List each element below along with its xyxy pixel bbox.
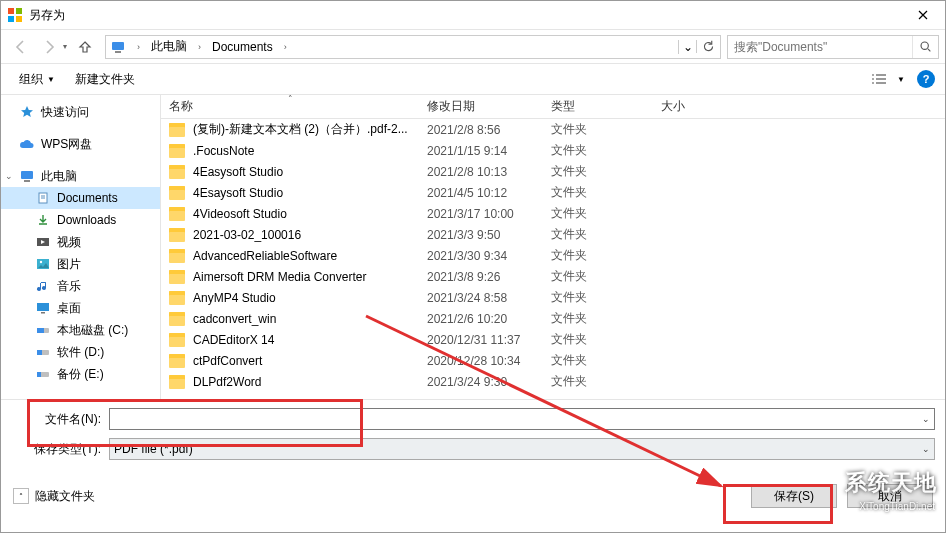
file-type: 文件夹 [543,226,653,243]
music-icon [35,278,51,294]
file-row[interactable]: DLPdf2Word2021/3/24 9:30文件夹 [161,371,945,392]
watermark-brand: 系统天地 [845,468,937,498]
this-pc-icon [110,39,126,55]
file-row[interactable]: CADEditorX 142020/12/31 11:37文件夹 [161,329,945,350]
sidebar-label: 桌面 [57,300,81,317]
file-row[interactable]: cadconvert_win2021/2/6 10:20文件夹 [161,308,945,329]
filetype-value: PDF file (*.pdf) [114,442,193,456]
svg-rect-22 [41,312,45,314]
svg-rect-26 [37,350,42,355]
refresh-button[interactable] [696,40,720,53]
watermark-url: XiTongTianDi.net [859,501,935,512]
svg-rect-21 [37,303,49,311]
search-box[interactable] [727,35,939,59]
sidebar-item-quick-access[interactable]: 快速访问 [1,101,160,123]
drive-icon [35,344,51,360]
folder-icon [169,123,185,137]
file-type: 文件夹 [543,205,653,222]
window-title: 另存为 [29,7,901,24]
hide-folders-label: 隐藏文件夹 [35,488,95,505]
file-row[interactable]: AdvancedReliableSoftware2021/3/30 9:34文件… [161,245,945,266]
filetype-dropdown-icon[interactable]: ⌄ [922,444,930,454]
file-date: 2021/3/24 9:30 [419,375,543,389]
file-row[interactable]: 4Esaysoft Studio2021/4/5 10:12文件夹 [161,182,945,203]
column-size[interactable]: 大小 [653,95,763,118]
search-icon[interactable] [912,36,938,58]
sidebar-item-videos[interactable]: 视频 [1,231,160,253]
column-name[interactable]: 名称˄ [161,95,419,118]
save-button[interactable]: 保存(S) [751,484,837,508]
column-headers: 名称˄ 修改日期 类型 大小 [161,95,945,119]
sidebar-label: Downloads [57,213,116,227]
file-date: 2020/12/28 10:34 [419,354,543,368]
star-icon [19,104,35,120]
folder-icon [169,228,185,242]
breadcrumb-thispc[interactable]: 此电脑 [147,36,191,58]
sidebar-item-documents[interactable]: Documents [1,187,160,209]
column-type[interactable]: 类型 [543,95,653,118]
filetype-select[interactable]: PDF file (*.pdf) ⌄ [109,438,935,460]
hide-folders-toggle[interactable]: ˄ 隐藏文件夹 [13,488,95,505]
nav-back-button[interactable] [7,33,35,61]
file-date: 2021/2/8 10:13 [419,165,543,179]
sidebar-item-music[interactable]: 音乐 [1,275,160,297]
address-history-dropdown[interactable]: ⌄ [678,40,696,54]
nav-history-dropdown[interactable]: ▾ [63,42,67,51]
video-icon [35,234,51,250]
file-row[interactable]: Aimersoft DRM Media Converter2021/3/8 9:… [161,266,945,287]
folder-icon [169,291,185,305]
chevron-up-icon: ˄ [13,488,29,504]
file-row[interactable]: 4Videosoft Studio2021/3/17 10:00文件夹 [161,203,945,224]
address-bar[interactable]: › 此电脑 › Documents › ⌄ [105,35,721,59]
sidebar-item-cdrive[interactable]: 本地磁盘 (C:) [1,319,160,341]
file-date: 2021/1/15 9:14 [419,144,543,158]
sidebar-label: 备份 (E:) [57,366,104,383]
svg-rect-2 [8,16,14,22]
file-date: 2021/3/30 9:34 [419,249,543,263]
sidebar-item-desktop[interactable]: 桌面 [1,297,160,319]
file-row[interactable]: 2021-03-02_1000162021/3/3 9:50文件夹 [161,224,945,245]
organize-button[interactable]: 组织▼ [11,68,63,91]
column-date[interactable]: 修改日期 [419,95,543,118]
drive-icon [35,322,51,338]
filename-dropdown-icon[interactable]: ⌄ [922,414,930,424]
drive-icon [35,366,51,382]
file-type: 文件夹 [543,163,653,180]
nav-forward-button[interactable] [35,33,63,61]
folder-icon [169,144,185,158]
file-name: ctPdfConvert [193,354,262,368]
file-date: 2021/3/3 9:50 [419,228,543,242]
new-folder-button[interactable]: 新建文件夹 [67,68,143,91]
search-input[interactable] [728,40,912,54]
file-name: cadconvert_win [193,312,276,326]
breadcrumb-documents[interactable]: Documents [208,36,277,58]
file-row[interactable]: ctPdfConvert2020/12/28 10:34文件夹 [161,350,945,371]
file-name: 2021-03-02_100016 [193,228,301,242]
file-row[interactable]: AnyMP4 Studio2021/3/24 8:58文件夹 [161,287,945,308]
svg-point-20 [40,261,42,263]
sidebar-item-ddrive[interactable]: 软件 (D:) [1,341,160,363]
sidebar-item-pictures[interactable]: 图片 [1,253,160,275]
folder-icon [169,186,185,200]
sidebar-item-wps[interactable]: WPS网盘 [1,133,160,155]
filename-input[interactable]: ⌄ [109,408,935,430]
file-name: Aimersoft DRM Media Converter [193,270,366,284]
expand-caret-icon[interactable]: ⌄ [5,171,13,181]
file-name: AnyMP4 Studio [193,291,276,305]
folder-icon [169,375,185,389]
pictures-icon [35,256,51,272]
file-row[interactable]: .FocusNote2021/1/15 9:14文件夹 [161,140,945,161]
file-type: 文件夹 [543,310,653,327]
window-close-button[interactable] [901,1,945,29]
nav-up-button[interactable] [71,33,99,61]
view-options-button[interactable]: ▼ [866,72,909,86]
sidebar-label: 视频 [57,234,81,251]
filetype-label: 保存类型(T): [11,441,109,458]
sidebar-item-thispc[interactable]: ⌄ 此电脑 [1,165,160,187]
help-button[interactable]: ? [917,70,935,88]
file-row[interactable]: (复制)-新建文本文档 (2)（合并）.pdf-2...2021/2/8 8:5… [161,119,945,140]
sidebar-item-edrive[interactable]: 备份 (E:) [1,363,160,385]
svg-rect-14 [24,180,30,182]
file-row[interactable]: 4Easysoft Studio2021/2/8 10:13文件夹 [161,161,945,182]
sidebar-item-downloads[interactable]: Downloads [1,209,160,231]
